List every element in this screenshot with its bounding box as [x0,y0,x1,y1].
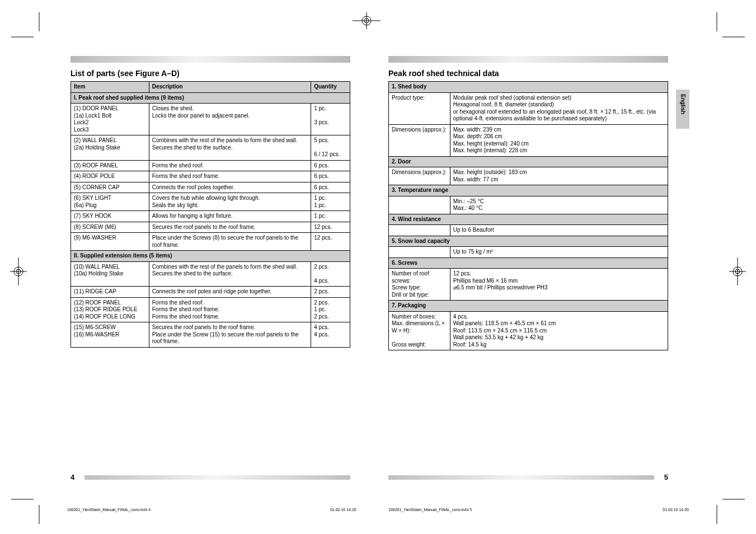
slug-line: 160201_YardStash_Manual_FINAL_conv.indd … [388,508,472,512]
cell: Product type: [389,92,450,124]
cell-text: (1) DOOR PANEL (1a) Lock1 Bolt Lock2 Loc… [74,105,119,133]
slug-time: 01.02.16 14:20 [663,508,689,512]
footer-bar [388,475,654,480]
page-right: English Peak roof shed technical data 1.… [388,56,668,481]
cell: Up to 6 Beaufort [450,225,668,236]
cell: Max. width: 239 cm Max. depth: 206 cm Ma… [450,124,668,156]
cell: (10) WALL PANEL (10a) Holding Stake [71,261,149,287]
cell: 12 pcs. Phillips head M6 × 16 mm ⌀6.5 mm… [450,269,668,301]
footer-bar [84,475,350,480]
cell: Dimensions (approx.): [389,167,450,185]
tech-data-table: 1. Shed body Product type:Modular peak r… [388,81,668,350]
cell: 6 pcs. [311,160,350,171]
cell: 6 pcs. [311,182,350,193]
cell: Combines with the rest of the panels to … [149,261,311,287]
registration-mark-icon [353,12,381,29]
cell: 2 pcs. 1 pc. 2 pcs. [311,297,350,322]
table-row: (12) ROOF PANEL (13) ROOF RIDGE POLE (14… [71,297,350,322]
registration-mark-icon [729,257,746,285]
sub-header: 6. Screws [389,257,668,269]
page-footer: 4 [71,473,350,481]
sub-header: 7. Packaging [389,301,668,312]
cell: Number of boxes: Max. dimensions (L × W … [389,311,450,350]
cell: Forms the shed roof. Forms the shed roof… [149,297,311,322]
cell [389,247,450,258]
cell: (3) ROOF PANEL [71,160,149,171]
cell: Allows for hanging a light fixture. [149,211,311,222]
cell: Up to 75 kg / m² [450,247,668,258]
table-row: (6) SKY LIGHT (6a) PlugCovers the hub wh… [71,193,350,211]
sub-header: I. Peak roof shed supplied items (9 item… [71,92,350,104]
page-left: List of parts (see Figure A–D) Item Desc… [71,56,350,481]
table-row: (8) SCREW (M6)Secures the roof panels to… [71,222,350,233]
page-number: 5 [664,473,668,481]
sub-header: 4. Wind resistance [389,214,668,225]
cell [389,196,450,214]
cell: (2) WALL PANEL (2a) Holding Stake [71,135,149,161]
cell: Min.: –25 °C Max.: 40 °C [450,196,668,214]
cell: (6) SKY LIGHT (6a) Plug [71,193,149,211]
cell: 1 pc.3 pcs. [311,104,350,135]
table-row: Up to 75 kg / m² [389,247,668,258]
crop-mark-icon [711,490,745,524]
table-row: Dimensions (approx.):Max. width: 239 cm … [389,124,668,156]
table-row: (4) ROOF POLEForms the shed roof frame.6… [71,171,350,182]
cell: Connects the roof poles and ridge pole t… [149,287,311,298]
table-row: (7) SKY HOOKAllows for hanging a light f… [71,211,350,222]
cell [389,225,450,236]
cell-text: 1 pc. [314,105,326,111]
col-header: Item [71,82,149,93]
table-row: (2) WALL PANEL (2a) Holding Stake Combin… [71,135,350,161]
table-row: Min.: –25 °C Max.: 40 °C [389,196,668,214]
crop-mark-icon [711,12,745,46]
cell: 6 pcs. [311,171,350,182]
cell: (12) ROOF PANEL (13) ROOF RIDGE POLE (14… [71,297,149,322]
cell: (8) SCREW (M6) [71,222,149,233]
col-header: Quantity [311,82,350,93]
page-number: 4 [71,473,74,481]
language-tab: English [676,90,689,129]
crop-mark-icon [11,12,45,46]
section-title: List of parts (see Figure A–D) [71,69,350,78]
col-header: Description [149,82,311,93]
slug-filename: 160201_YardStash_Manual_FINAL_conv.indd … [388,508,472,512]
cell: Place under the Screws (8) to secure the… [149,233,311,251]
table-row: (11) RIDGE CAPConnects the roof poles an… [71,287,350,298]
registration-mark-icon [10,257,27,285]
cell: Forms the shed roof. [149,160,311,171]
cell: 5 pcs. 6 / 12 pcs. [311,135,350,161]
cell: Covers the hub while allowing light thro… [149,193,311,211]
table-row: Number of boxes: Max. dimensions (L × W … [389,311,668,350]
cell: Closes the shed. Locks the door panel to… [149,104,311,135]
header-bar [71,56,350,63]
cell: 4 pcs. 4 pcs. [311,322,350,348]
cell: (5) CORNER CAP [71,182,149,193]
table-row: (9) M6-WASHERPlace under the Screws (8) … [71,233,350,251]
crop-mark-icon [11,490,45,524]
cell: (4) ROOF POLE [71,171,149,182]
cell: 1 pc. 1 pc. [311,193,350,211]
cell: Number of roof screws: Screw type: Drill… [389,269,450,301]
cell: Forms the shed roof frame. [149,171,311,182]
cell: Modular peak roof shed (optional extensi… [450,92,668,124]
cell: 4 pcs. Wall panels: 118.5 cm × 45.5 cm ×… [450,311,668,350]
language-tab-label: English [680,94,686,107]
table-row: (5) CORNER CAPConnects the roof poles to… [71,182,350,193]
sub-header: 5. Snow load capacity [389,236,668,247]
print-spread: List of parts (see Figure A–D) Item Desc… [0,0,756,534]
cell: Secures the roof panels to the roof fram… [149,322,311,348]
cell: 1 pc. [311,211,350,222]
table-row: Up to 6 Beaufort [389,225,668,236]
cell: 12 pcs. [311,222,350,233]
cell: Connects the roof poles together. [149,182,311,193]
cell-text: 3 pcs. [314,119,329,125]
cell: (9) M6-WASHER [71,233,149,251]
cell: Combines with the rest of the panels to … [149,135,311,161]
sub-header: 3. Temperature range [389,185,668,196]
cell: Dimensions (approx.): [389,124,450,156]
cell: Secures the roof panels to the roof fram… [149,222,311,233]
cell: 2 pcs. 4 pcs. [311,261,350,287]
table-row: Dimensions (approx.):Max. height (outsid… [389,167,668,185]
sub-header: II. Supplied extension items (5 items) [71,251,350,262]
header-bar [388,56,668,63]
